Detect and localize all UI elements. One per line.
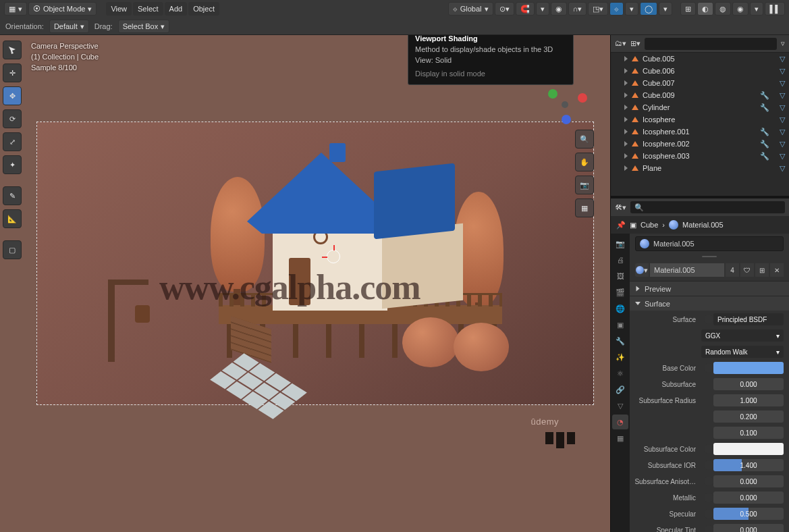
node-socket-icon[interactable]	[704, 444, 713, 454]
number-field[interactable]: 0.000	[713, 378, 784, 390]
surface-panel-header[interactable]: Surface	[630, 296, 789, 311]
shading-wireframe[interactable]: ⊞	[680, 2, 696, 16]
view-menu[interactable]: View	[106, 2, 132, 16]
shading-dropdown[interactable]: ▾	[750, 2, 763, 16]
filter-icon[interactable]: ▿	[781, 39, 785, 48]
gizmo-toggle[interactable]: ◳▾	[588, 2, 608, 16]
number-field[interactable]: 0.000	[713, 524, 784, 532]
orientation-value[interactable]: Default ▾	[49, 20, 89, 33]
3d-viewport[interactable]: ✛ ✥ ⟳ ⤢ ✦ ✎ 📐 ▢ Camera Perspective (1) C…	[0, 35, 610, 532]
data-tab[interactable]: ▽	[612, 398, 628, 413]
annotate-tool[interactable]: ✎	[3, 186, 22, 205]
toggle-perspective-icon[interactable]: ▦	[575, 198, 594, 217]
unlink-material-icon[interactable]: ✕	[770, 263, 784, 277]
sss-method-select[interactable]: Random Walk▾	[701, 346, 784, 358]
scale-tool[interactable]: ⤢	[3, 132, 22, 151]
material-users[interactable]: 4	[726, 263, 739, 277]
color-field[interactable]	[713, 362, 784, 374]
overlay-dropdown[interactable]: ▾	[625, 2, 638, 16]
proportional-edit[interactable]: ◉	[551, 2, 567, 16]
material-slot[interactable]: Material.005	[635, 236, 784, 251]
outliner-row[interactable]: Plane ▽	[611, 162, 789, 174]
properties-editor-icon[interactable]: 🛠▾	[615, 203, 626, 212]
outliner-row[interactable]: Icosphere.003 🔧 ▽	[611, 150, 789, 162]
transform-tool[interactable]: ✦	[3, 155, 22, 174]
outliner-row[interactable]: Icosphere.002 🔧 ▽	[611, 138, 789, 150]
properties-search[interactable]: 🔍	[630, 201, 785, 213]
add-menu[interactable]: Add	[165, 2, 188, 16]
new-material-icon[interactable]: ⊞	[755, 263, 769, 277]
preview-panel-header[interactable]: Preview	[630, 281, 789, 296]
overlay-toggle[interactable]: ⟐	[609, 2, 624, 16]
distribution-select[interactable]: GGX▾	[701, 329, 784, 342]
world-tab[interactable]: 🌐	[612, 301, 628, 316]
disclosure-icon[interactable]	[624, 117, 628, 122]
number-field[interactable]: 0.000	[713, 491, 784, 504]
drag-value[interactable]: Select Box ▾	[118, 20, 170, 33]
slot-list-resize[interactable]	[630, 254, 789, 259]
shading-solid[interactable]: ◐	[697, 2, 713, 16]
texture-tab[interactable]: ▦	[612, 431, 628, 446]
outliner-row[interactable]: Cube.009 🔧 ▽	[611, 89, 789, 101]
number-field[interactable]: 0.200	[713, 410, 784, 423]
outliner-row[interactable]: Icosphere ▽	[611, 113, 789, 126]
material-name-input[interactable]: Material.005	[650, 263, 724, 277]
add-cube-tool[interactable]: ▢	[3, 240, 22, 259]
outliner-row[interactable]: Cylinder 🔧 ▽	[611, 101, 789, 113]
shader-select[interactable]: Principled BSDF	[713, 313, 784, 325]
breadcrumb-object[interactable]: Cube	[641, 221, 658, 229]
node-socket-icon[interactable]	[704, 477, 713, 486]
scene-tab[interactable]: 🎬	[612, 285, 628, 300]
material-tab[interactable]: ◔	[612, 415, 628, 429]
particle-tab[interactable]: ✨	[612, 350, 628, 365]
number-field[interactable]: 1.000	[713, 394, 784, 406]
number-field[interactable]: 0.000	[713, 475, 784, 487]
pan-icon[interactable]: ✋	[575, 153, 594, 171]
proportional-falloff[interactable]: ∩▾	[568, 2, 587, 16]
node-socket-icon[interactable]	[704, 315, 713, 324]
render-tab[interactable]: 📷	[612, 236, 628, 251]
nav-gizmo[interactable]	[543, 82, 590, 130]
snap-toggle[interactable]: 🧲	[516, 2, 535, 16]
select-box-tool[interactable]	[3, 41, 22, 59]
transform-orientation[interactable]: ⟐Global ▾	[448, 2, 493, 16]
zoom-icon[interactable]: 🔍	[575, 130, 594, 149]
output-tab[interactable]: 🖨	[612, 252, 628, 267]
outliner-row[interactable]: Cube.005 ▽	[611, 53, 789, 65]
move-tool[interactable]: ✥	[3, 86, 22, 105]
disclosure-icon[interactable]	[624, 92, 628, 98]
camera-view-icon[interactable]: 📷	[575, 176, 594, 194]
disclosure-icon[interactable]	[624, 165, 628, 171]
node-socket-icon[interactable]	[704, 460, 713, 470]
outliner-search[interactable]	[645, 38, 777, 50]
mode-select[interactable]: ⦿Object Mode ▾	[28, 2, 97, 16]
number-field[interactable]: 0.100	[713, 427, 784, 439]
pivot-point[interactable]: ⊙▾	[495, 2, 514, 16]
disclosure-icon[interactable]	[624, 129, 628, 134]
disclosure-icon[interactable]	[624, 56, 628, 61]
node-socket-icon[interactable]	[704, 525, 713, 532]
object-tab[interactable]: ▣	[612, 317, 628, 332]
object-menu[interactable]: Object	[188, 2, 219, 16]
color-field[interactable]	[713, 443, 784, 455]
cursor-tool[interactable]: ✛	[3, 63, 22, 82]
rotate-tool[interactable]: ⟳	[3, 109, 22, 128]
disclosure-icon[interactable]	[624, 141, 628, 147]
viewlayer-tab[interactable]: 🖼	[612, 269, 628, 284]
node-socket-icon[interactable]	[704, 509, 713, 518]
node-socket-icon[interactable]	[704, 493, 713, 502]
physics-tab[interactable]: ⚛	[612, 366, 628, 381]
constraint-tab[interactable]: 🔗	[612, 382, 628, 397]
modifier-tab[interactable]: 🔧	[612, 334, 628, 348]
xray-btn[interactable]: ▾	[659, 2, 672, 16]
outliner-row[interactable]: Cube.007 ▽	[611, 77, 789, 89]
measure-tool[interactable]: 📐	[3, 209, 22, 228]
outliner-row[interactable]: Cube.006 ▽	[611, 65, 789, 77]
disclosure-icon[interactable]	[624, 153, 628, 159]
node-socket-icon[interactable]	[704, 363, 713, 373]
shading-rendered[interactable]: ◉	[732, 2, 749, 16]
select-menu[interactable]: Select	[133, 2, 163, 16]
disclosure-icon[interactable]	[624, 80, 628, 86]
disclosure-icon[interactable]	[624, 105, 628, 110]
number-field[interactable]: 0.500	[713, 508, 784, 520]
